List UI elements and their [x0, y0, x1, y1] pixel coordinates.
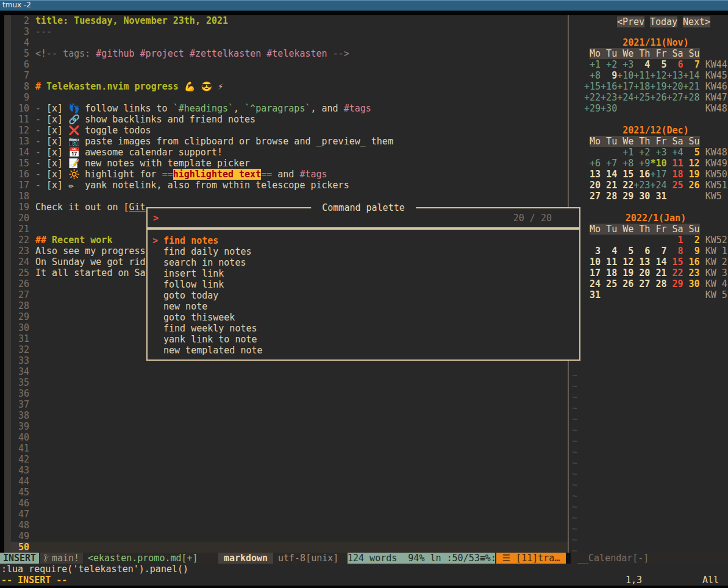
buffer-line[interactable]: 9: [11, 92, 568, 103]
palette-item[interactable]: insert link: [148, 268, 579, 279]
calendar-day[interactable]: +1 +2 +3: [590, 59, 633, 70]
calendar-day[interactable]: 5: [694, 147, 700, 158]
buffer-line[interactable]: 48: [11, 520, 568, 531]
buffer-line[interactable]: 3---: [11, 26, 568, 37]
buffer-line[interactable]: 7: [11, 70, 568, 81]
buffer-line[interactable]: 8# Telekasten.nvim progress 💪 😎 ⚡: [11, 81, 568, 92]
calendar-day[interactable]: 13 14 15 16: [590, 169, 650, 180]
buffer-line[interactable]: 50: [11, 542, 568, 553]
calendar-day[interactable]: 6: [678, 59, 683, 70]
buffer-line[interactable]: 40: [11, 432, 568, 443]
buffer-line[interactable]: 6: [11, 59, 568, 70]
calendar-day[interactable]: +17: [650, 169, 666, 180]
buffer-line[interactable]: 4: [11, 37, 568, 48]
calendar-day[interactable]: 20 21 22: [590, 180, 633, 191]
calendar-spacer: [700, 257, 705, 267]
buffer-line[interactable]: 42: [11, 454, 568, 465]
buffer-line[interactable]: 35: [11, 377, 568, 388]
buffer-line[interactable]: 10- [x] 👣 follow links to `#headings`, `…: [11, 103, 568, 114]
buffer-line[interactable]: 34: [11, 366, 568, 377]
buffer-line[interactable]: 16- [x] 🔆 highlight for ==highlighted te…: [11, 169, 568, 180]
line-text: It all started on Sa: [35, 267, 146, 278]
line-number: 39: [11, 421, 29, 432]
buffer-line[interactable]: 13- [x] 📷 paste images from clipboard or…: [11, 136, 568, 147]
buffer-line[interactable]: 11- [x] 🔗 show backlinks and friend note…: [11, 114, 568, 125]
buffer-line[interactable]: 45: [11, 487, 568, 498]
buffer-line[interactable]: 38: [11, 410, 568, 421]
calendar-day[interactable]: *10: [650, 158, 666, 169]
palette-item[interactable]: new note: [148, 301, 579, 312]
calendar-spacer: [584, 70, 590, 81]
calendar-day[interactable]: 16: [689, 257, 700, 267]
calendar-day[interactable]: 3 4 5 6 7: [595, 246, 666, 257]
calendar-week-number: KW 4: [705, 278, 727, 289]
calendar-day[interactable]: +6 +7 +8 +9: [590, 158, 650, 169]
calendar-day[interactable]: 9: [694, 246, 700, 257]
line-text: ## Recent work: [35, 235, 112, 246]
selection-caret-icon: [152, 279, 163, 290]
calendar-day[interactable]: +1 +2 +3 +4: [623, 147, 683, 158]
palette-item[interactable]: find weekly notes: [148, 323, 579, 334]
calendar-day[interactable]: 15: [673, 257, 683, 267]
palette-item[interactable]: yank link to note: [148, 334, 579, 345]
selection-caret-icon: [152, 345, 163, 356]
palette-item[interactable]: >find notes: [148, 235, 579, 246]
palette-item[interactable]: find daily notes: [148, 246, 579, 257]
line-number: 38: [11, 410, 29, 421]
calendar-day[interactable]: +15+16+17+18+19+20+21: [584, 81, 700, 92]
buffer-line[interactable]: 2title: Tuesday, November 23th, 2021: [11, 15, 568, 26]
buffer-line[interactable]: 5<!-- tags: #github #project #zettelkast…: [11, 48, 568, 59]
calendar-day[interactable]: 17 18 19 20 21: [590, 267, 666, 278]
calendar-day[interactable]: 24 25 26 27 28: [590, 278, 666, 289]
calendar-day[interactable]: 22: [673, 267, 683, 278]
palette-item[interactable]: new templated note: [148, 345, 579, 356]
calendar-day[interactable]: 23: [689, 267, 700, 278]
calendar-day[interactable]: 18: [673, 169, 683, 180]
buffer-line[interactable]: 12- [x] ❌ toggle todos: [11, 125, 568, 136]
calendar-day[interactable]: 7: [694, 59, 700, 70]
line-number: 32: [11, 344, 29, 355]
calendar-day[interactable]: 29: [673, 278, 683, 289]
buffer-line[interactable]: 49: [11, 531, 568, 542]
calendar-day[interactable]: 25: [673, 180, 683, 191]
calendar-day[interactable]: 1: [678, 235, 683, 246]
calendar-spacer: [666, 267, 672, 278]
palette-item[interactable]: goto thisweek: [148, 312, 579, 323]
calendar-day[interactable]: 8: [678, 246, 683, 257]
buffer-line[interactable]: 46: [11, 498, 568, 509]
buffer-line[interactable]: 43: [11, 465, 568, 476]
palette-item[interactable]: follow link: [148, 279, 579, 290]
calendar-day[interactable]: +8: [590, 70, 601, 81]
buffer-line[interactable]: 14- [x] 📅 awesome calendar support!: [11, 147, 568, 158]
buffer-line[interactable]: 36: [11, 388, 568, 399]
calendar-prev-button[interactable]: <Prev: [617, 16, 644, 27]
buffer-line[interactable]: 17- [x] ✏ yank notelink, also from wthin…: [11, 180, 568, 191]
calendar-day[interactable]: +29+30: [584, 103, 617, 114]
buffer-line[interactable]: 47: [11, 509, 568, 520]
calendar-day[interactable]: 26: [689, 180, 700, 191]
calendar-today-button[interactable]: Today: [650, 16, 677, 27]
calendar-day[interactable]: 27 28 29 30 31: [590, 191, 666, 202]
calendar-day[interactable]: 2: [694, 235, 700, 246]
command-line[interactable]: :lua require('telekasten').panel(): [1, 564, 188, 575]
buffer-line[interactable]: 15- [x] 📝 new notes with template picker: [11, 158, 568, 169]
calendar-day[interactable]: 31: [590, 289, 601, 300]
calendar-day[interactable]: +23+24: [633, 180, 666, 191]
calendar-day[interactable]: 19: [689, 169, 700, 180]
palette-item[interactable]: goto today: [148, 290, 579, 301]
buffer-line[interactable]: 41: [11, 443, 568, 454]
calendar-day[interactable]: 10 11 12 13 14: [590, 257, 666, 267]
calendar-day[interactable]: 11: [673, 158, 683, 169]
calendar-day[interactable]: 9: [612, 70, 617, 81]
calendar-day[interactable]: 12: [689, 158, 700, 169]
calendar-next-button[interactable]: Next>: [683, 16, 710, 27]
line-number: 14: [11, 147, 29, 158]
buffer-line[interactable]: 18: [11, 191, 568, 202]
calendar-day[interactable]: 30: [689, 278, 700, 289]
calendar-day[interactable]: +10+11+12+13+14: [617, 70, 699, 81]
buffer-line[interactable]: 44: [11, 476, 568, 487]
palette-item[interactable]: search in notes: [148, 257, 579, 268]
buffer-line[interactable]: 39: [11, 421, 568, 432]
calendar-day[interactable]: +22+23+24+25+26+27+28: [584, 92, 700, 103]
buffer-line[interactable]: 37: [11, 399, 568, 410]
